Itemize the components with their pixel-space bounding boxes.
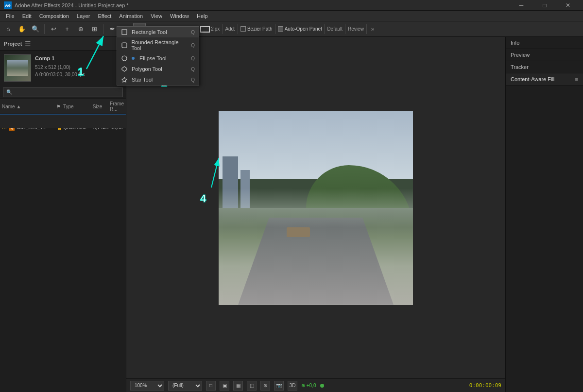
position-tool[interactable]: + [61,23,73,35]
ellipse-tool-item[interactable]: Ellipse Tool Q [117,53,199,64]
rounded-rectangle-tool-label: Rounded Rectangle Tool [131,39,187,51]
minimize-button[interactable]: ─ [510,0,532,11]
menu-animation[interactable]: Animation [115,12,147,20]
view-mode-btn-5[interactable]: ⊛ [260,381,270,391]
current-time-display: 0:00:00:09 [469,382,501,389]
toolbar-separator-8 [345,24,345,34]
project-panel-title: Project [4,41,22,47]
menu-help[interactable]: Help [193,12,212,20]
snapshot-btn[interactable]: 📷 [274,381,284,391]
toolbar-separator-1 [44,24,45,34]
viewer-bottom-bar: 100% 50% 200% (Full) (Half) □ ▣ ▦ ◫ ⊛ 📷 … [126,378,505,392]
ellipse-icon [121,55,128,62]
stroke-unit: px [215,26,220,32]
rounded-rectangle-tool-item[interactable]: Rounded Rectangle Tool Q [117,37,199,53]
star-shortcut: Q [191,77,195,83]
auto-open-group: Auto-Open Panel [278,26,322,32]
center-panel: 4 100% 50% 200% (Full) (Half) □ ▣ ▦ ◫ ⊛ … [126,37,505,392]
preview-panel-item[interactable]: Preview [506,49,583,61]
tracker-panel-item[interactable]: Tracker [506,61,583,73]
project-panel-header: Project ☰ [0,37,126,51]
3d-view-btn[interactable]: 3D [288,381,297,391]
comp-name-display: Comp 1 [35,54,85,63]
menu-edit[interactable]: Edit [18,12,35,20]
view-mode-btn-1[interactable]: □ [206,381,216,391]
comp-duration-display: Δ 0:00:03:00, 30,00 fps [35,71,85,78]
menu-effect[interactable]: Effect [94,12,115,20]
rectangle-tool-item[interactable]: Rectangle Tool Q [117,27,199,37]
comp-thumbnail [4,54,31,82]
polygon-tool-item[interactable]: Polygon Tool Q [117,64,199,74]
offset-display: ⊕ +0,0 [301,383,316,388]
review-label: Review [348,26,364,32]
toolbar-separator-4 [222,24,223,34]
canvas-area[interactable] [219,111,413,305]
menu-composition[interactable]: Composition [35,12,73,20]
view-mode-btn-3[interactable]: ▦ [233,381,243,391]
col-header-size[interactable]: Size [91,100,108,113]
composition-viewer: 4 [126,37,505,378]
col-header-type[interactable]: Type [61,100,91,113]
col-header-frame[interactable]: Frame R... [108,100,126,113]
effects-panel-header [0,115,126,128]
menu-view[interactable]: View [147,12,166,20]
polygon-shortcut: Q [191,67,195,72]
toolbar-separator-2 [103,24,103,34]
home-tool[interactable]: ⌂ [2,23,15,35]
project-menu-icon[interactable]: ☰ [25,40,31,48]
info-label: Info [511,40,519,46]
zoom-selector[interactable]: 100% 50% 200% [130,381,164,391]
toolbar: ⌂ ✋ 🔍 ↩ + ⊕ ⊞ ✒ T ▸ ⟲ Fill: Stroke: 2 px… [0,21,583,37]
ellipse-shortcut: Q [191,56,195,61]
preview-label: Preview [511,52,530,58]
info-panel-item[interactable]: Info [506,37,583,49]
stroke-value: 2 [211,26,214,32]
menu-window[interactable]: Window [166,12,193,20]
project-search-area [0,85,126,99]
titlebar: Ae Adobe After Effects 2024 - Untitled P… [0,0,583,11]
polygon-icon [121,66,128,72]
app-title-text: Adobe After Effects 2024 - Untitled Proj… [15,2,129,8]
rounded-rectangle-icon [121,42,127,49]
content-aware-fill-item[interactable]: Content-Aware Fill ≡ [506,73,583,85]
col-header-name[interactable]: Name ▲ [0,100,54,113]
pan-tool[interactable]: ⊞ [88,23,101,35]
bezier-path-checkbox[interactable] [240,26,246,32]
bench-element [287,227,310,237]
comp-info: Comp 1 512 x 512 (1,00) Δ 0:00:03:00, 30… [35,54,85,82]
add-label: Add: [225,26,235,32]
zoom-tool[interactable]: 🔍 [29,23,42,35]
app-title: Ae Adobe After Effects 2024 - Untitled P… [4,1,129,9]
svg-rect-2 [122,43,127,48]
project-thumbnail-area: Comp 1 512 x 512 (1,00) Δ 0:00:03:00, 30… [0,51,126,85]
anchor-tool[interactable]: ⊕ [74,23,87,35]
svg-marker-5 [122,77,127,82]
menu-layer[interactable]: Layer [73,12,94,20]
left-panel: Project ☰ Comp 1 512 x 512 (1,00) Δ 0:00… [0,37,126,392]
hand-tool[interactable]: ✋ [16,23,28,35]
maximize-button[interactable]: □ [533,0,556,11]
comp-size-display: 512 x 512 (1,00) [35,64,85,71]
expand-icon[interactable]: » [371,26,375,33]
content-aware-fill-label: Content-Aware Fill [511,76,554,82]
panel-expand-icon: ≡ [575,76,578,82]
toolbar-separator-6 [275,24,275,34]
quality-selector[interactable]: (Full) (Half) [168,381,202,391]
landscape-preview [219,111,413,305]
rotate-tool[interactable]: ↩ [47,23,60,35]
close-button[interactable]: ✕ [557,0,579,11]
view-mode-btn-2[interactable]: ▣ [220,381,229,391]
view-mode-btn-4[interactable]: ◫ [247,381,257,391]
rectangle-tool-shortcut: Q [191,30,195,35]
toolbar-separator-5 [238,24,238,34]
project-search-input[interactable] [3,87,123,97]
shape-tool-dropdown: Rectangle Tool Q Rounded Rectangle Tool … [117,26,199,85]
star-tool-item[interactable]: Star Tool Q [117,74,199,85]
ellipse-tool-label: Ellipse Tool [139,55,166,61]
auto-open-checkbox[interactable] [278,26,283,32]
ae-logo: Ae [4,1,12,9]
menu-file[interactable]: File [2,12,18,20]
default-label: Default [327,26,343,32]
toolbar-separator-7 [324,24,325,34]
stroke-color-swatch[interactable] [200,26,210,33]
